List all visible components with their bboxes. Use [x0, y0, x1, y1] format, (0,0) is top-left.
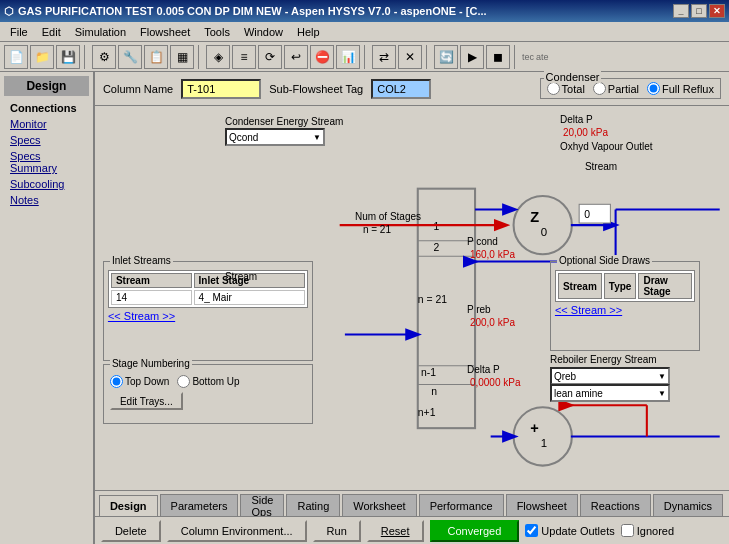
tab-flowsheet[interactable]: Flowsheet [506, 494, 578, 516]
side-draws-table: Stream Type Draw Stage [555, 270, 695, 302]
oxhyd-label: Oxhyd Vapour Outlet [560, 141, 653, 152]
column-name-input[interactable] [181, 79, 261, 99]
menu-tools[interactable]: Tools [198, 24, 236, 40]
ignored-checkbox[interactable] [621, 524, 634, 537]
sidebar-item-subcooling[interactable]: Subcooling [4, 176, 89, 192]
tb-btn2[interactable]: 🔧 [118, 45, 142, 69]
menu-window[interactable]: Window [238, 24, 289, 40]
reboiler-stream-dropdown[interactable]: Qreb ▼ [550, 367, 670, 385]
main-content: Design Connections Monitor Specs Specs S… [0, 72, 729, 544]
svg-text:n = 21: n = 21 [418, 294, 447, 305]
tb-btn10[interactable]: 📊 [336, 45, 360, 69]
bottom-up-radio[interactable] [177, 375, 190, 388]
condenser-stream-dropdown[interactable]: Qcond ▼ [225, 128, 325, 146]
condenser-full-reflux[interactable]: Full Reflux [647, 82, 714, 95]
tab-parameters[interactable]: Parameters [160, 494, 239, 516]
top-down-radio[interactable] [110, 375, 123, 388]
sidebar-item-connections[interactable]: Connections [4, 100, 89, 116]
side-stream-link[interactable]: << Stream >> [555, 304, 695, 316]
toolbar-sep5 [514, 45, 518, 69]
stream-link[interactable]: << Stream >> [108, 310, 308, 322]
edit-trays-button[interactable]: Edit Trays... [110, 392, 183, 410]
sidebar-item-specs[interactable]: Specs [4, 132, 89, 148]
svg-text:1: 1 [433, 221, 439, 232]
menu-simulation[interactable]: Simulation [69, 24, 132, 40]
tab-reactions[interactable]: Reactions [580, 494, 651, 516]
restore-button[interactable]: □ [691, 4, 707, 18]
bottoms-value: lean amine [554, 388, 603, 399]
tb-btn3[interactable]: 📋 [144, 45, 168, 69]
tb-btn11[interactable]: ⇄ [372, 45, 396, 69]
tb-btn9[interactable]: ⛔ [310, 45, 334, 69]
tab-side-ops[interactable]: Side Ops [240, 494, 284, 516]
tb-btn12[interactable]: ✕ [398, 45, 422, 69]
delete-button[interactable]: Delete [101, 520, 161, 542]
tab-worksheet[interactable]: Worksheet [342, 494, 416, 516]
menu-edit[interactable]: Edit [36, 24, 67, 40]
close-button[interactable]: ✕ [709, 4, 725, 18]
ignored-label[interactable]: Ignored [621, 524, 674, 537]
tb-btn7[interactable]: ⟳ [258, 45, 282, 69]
condenser-radio-group: Condenser Total Partial Full Reflux [540, 78, 721, 99]
bottom-up-radio-label[interactable]: Bottom Up [177, 375, 239, 388]
top-down-radio-label[interactable]: Top Down [110, 375, 169, 388]
save-button[interactable]: 💾 [56, 45, 80, 69]
tb-btn14[interactable]: ▶ [460, 45, 484, 69]
condenser-stream-value: Qcond [229, 132, 258, 143]
tab-rating[interactable]: Rating [286, 494, 340, 516]
right-panel: Column Name Sub-Flowsheet Tag Condenser … [95, 72, 729, 544]
converged-button[interactable]: Converged [430, 520, 520, 542]
bottoms-dropdown[interactable]: lean amine ▼ [550, 384, 670, 402]
title-bar-controls[interactable]: _ □ ✕ [673, 4, 725, 18]
menu-bar: File Edit Simulation Flowsheet Tools Win… [0, 22, 729, 42]
tb-btn6[interactable]: ≡ [232, 45, 256, 69]
update-outlets-label[interactable]: Update Outlets [525, 524, 614, 537]
menu-help[interactable]: Help [291, 24, 326, 40]
reset-button[interactable]: Reset [367, 520, 424, 542]
tab-design[interactable]: Design [99, 495, 158, 517]
tb-btn1[interactable]: ⚙ [92, 45, 116, 69]
tb-btn4[interactable]: ▦ [170, 45, 194, 69]
stream-val1: 14 [111, 290, 192, 305]
column-environment-button[interactable]: Column Environment... [167, 520, 307, 542]
toolbar-sep1 [84, 45, 88, 69]
tb-btn15[interactable]: ◼ [486, 45, 510, 69]
p-reb-label: P reb [467, 304, 491, 315]
sidebar-title: Design [4, 76, 89, 96]
inlet-streams-table: Stream Inlet Stage 14 4_ Mair [108, 270, 308, 308]
open-button[interactable]: 📁 [30, 45, 54, 69]
inlet-streams-box: Inlet Streams Stream Inlet Stage 14 4_ M… [103, 261, 313, 361]
delta-p-top-value: 20,00 kPa [560, 126, 620, 139]
num-stages-value: n = 21 [363, 224, 391, 235]
tab-bar: Design Parameters Side Ops Rating Worksh… [95, 490, 729, 516]
tab-performance[interactable]: Performance [419, 494, 504, 516]
svg-text:n-1: n-1 [421, 367, 436, 378]
optional-side-title: Optional Side Draws [557, 255, 652, 266]
minimize-button[interactable]: _ [673, 4, 689, 18]
condenser-partial[interactable]: Partial [593, 82, 639, 95]
tb-btn5[interactable]: ◈ [206, 45, 230, 69]
column-name-label: Column Name [103, 83, 173, 95]
sidebar-item-monitor[interactable]: Monitor [4, 116, 89, 132]
dropdown-arrow-icon: ▼ [313, 133, 321, 142]
menu-flowsheet[interactable]: Flowsheet [134, 24, 196, 40]
delta-p-top-label: Delta P [560, 114, 593, 125]
toolbar-sep4 [426, 45, 430, 69]
tab-dynamics[interactable]: Dynamics [653, 494, 723, 516]
update-outlets-checkbox[interactable] [525, 524, 538, 537]
side-draw-stage-header: Draw Stage [638, 273, 691, 299]
reboiler-group: Reboiler Energy Stream Qreb ▼ Bottoms Li… [550, 354, 657, 384]
sidebar-item-notes[interactable]: Notes [4, 192, 89, 208]
tb-btn13[interactable]: 🔄 [434, 45, 458, 69]
inlet-streams-title: Inlet Streams [110, 255, 173, 266]
tb-btn8[interactable]: ↩ [284, 45, 308, 69]
sub-flowsheet-input[interactable] [371, 79, 431, 99]
run-button[interactable]: Run [313, 520, 361, 542]
sidebar-item-specs-summary[interactable]: Specs Summary [4, 148, 89, 176]
stream-mid-label: Stream [225, 271, 257, 282]
svg-text:1: 1 [541, 437, 547, 449]
condenser-label: Condenser [544, 71, 602, 83]
condenser-total[interactable]: Total [547, 82, 585, 95]
new-button[interactable]: 📄 [4, 45, 28, 69]
menu-file[interactable]: File [4, 24, 34, 40]
